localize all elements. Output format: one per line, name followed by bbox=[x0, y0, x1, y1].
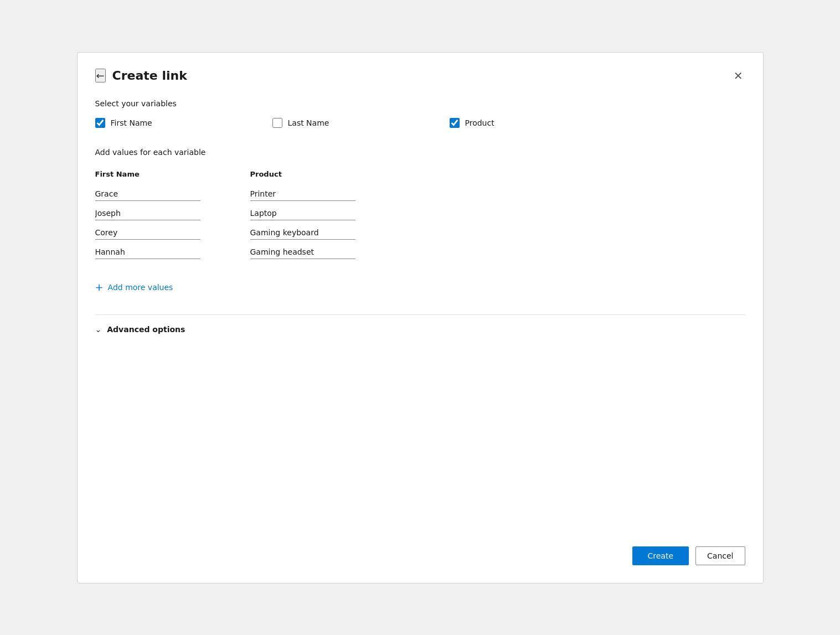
advanced-options-label: Advanced options bbox=[107, 325, 185, 334]
col-header-first-name: First Name bbox=[95, 170, 217, 178]
first-name-input-4[interactable] bbox=[95, 245, 200, 259]
col-header-product: Product bbox=[250, 170, 372, 178]
checkbox-first-name[interactable] bbox=[95, 118, 105, 128]
create-button[interactable]: Create bbox=[632, 546, 689, 565]
product-input-3[interactable] bbox=[250, 226, 355, 240]
dialog-header: ← Create link ✕ bbox=[95, 68, 745, 84]
add-more-values-button[interactable]: + Add more values bbox=[95, 280, 745, 295]
add-more-label: Add more values bbox=[108, 283, 173, 292]
product-input-4[interactable] bbox=[250, 245, 355, 259]
checkbox-label-product[interactable]: Product bbox=[465, 118, 494, 127]
table-row bbox=[95, 206, 745, 220]
dialog-title: Create link bbox=[112, 69, 187, 82]
back-button[interactable]: ← bbox=[95, 69, 106, 82]
chevron-down-icon: ⌄ bbox=[95, 325, 102, 334]
dialog-footer: Create Cancel bbox=[95, 524, 745, 565]
checkbox-product[interactable] bbox=[450, 118, 460, 128]
checkbox-label-first-name[interactable]: First Name bbox=[111, 118, 152, 127]
table-row bbox=[95, 245, 745, 259]
checkbox-item-lastname: Last Name bbox=[272, 118, 450, 128]
values-table: First Name Product bbox=[95, 170, 745, 265]
checkbox-item-product: Product bbox=[450, 118, 627, 128]
plus-icon: + bbox=[95, 282, 104, 292]
checkbox-last-name[interactable] bbox=[272, 118, 282, 128]
checkbox-item-firstname: First Name bbox=[95, 118, 272, 128]
checkbox-label-last-name[interactable]: Last Name bbox=[288, 118, 329, 127]
table-row bbox=[95, 226, 745, 240]
product-input-1[interactable] bbox=[250, 187, 355, 201]
checkboxes-row: First Name Last Name Product bbox=[95, 118, 745, 128]
table-row bbox=[95, 187, 745, 201]
advanced-options-row[interactable]: ⌄ Advanced options bbox=[95, 315, 745, 344]
close-button[interactable]: ✕ bbox=[731, 68, 745, 84]
title-row: ← Create link bbox=[95, 69, 187, 82]
first-name-input-1[interactable] bbox=[95, 187, 200, 201]
product-input-2[interactable] bbox=[250, 206, 355, 220]
variables-section-label: Select your variables bbox=[95, 99, 745, 108]
values-header-row: First Name Product bbox=[95, 170, 745, 178]
add-values-label: Add values for each variable bbox=[95, 148, 745, 157]
first-name-input-3[interactable] bbox=[95, 226, 200, 240]
create-link-dialog: ← Create link ✕ Select your variables Fi… bbox=[77, 52, 764, 584]
cancel-button[interactable]: Cancel bbox=[695, 546, 745, 565]
first-name-input-2[interactable] bbox=[95, 206, 200, 220]
